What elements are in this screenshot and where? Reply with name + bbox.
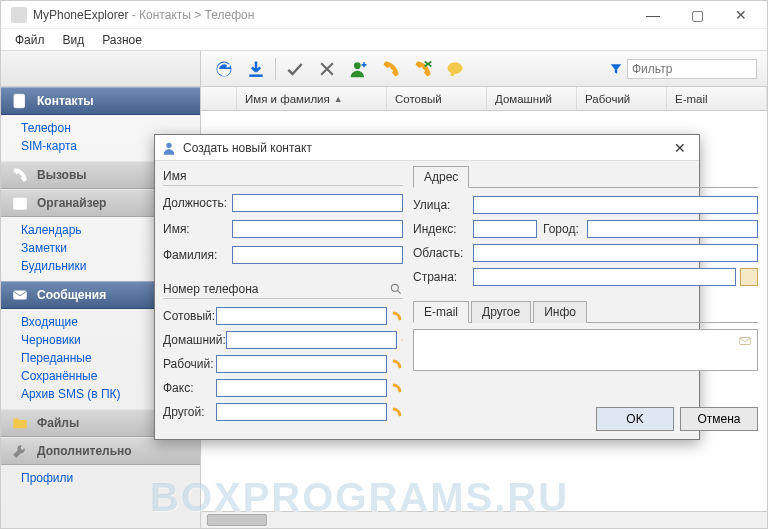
add-user-icon[interactable] (346, 56, 372, 82)
col-home[interactable]: Домашний (487, 87, 577, 110)
window-controls: — ▢ ✕ (631, 2, 763, 28)
breadcrumb: Контакты > Телефон (139, 8, 254, 22)
dialog-title: Создать новый контакт (183, 141, 312, 155)
messages-icon (11, 286, 29, 304)
close-button[interactable]: ✕ (719, 2, 763, 28)
dialog-close-button[interactable]: ✕ (667, 138, 693, 158)
input-fax[interactable] (216, 379, 387, 397)
input-position[interactable] (232, 194, 403, 212)
input-work[interactable] (216, 355, 387, 373)
col-blank[interactable] (201, 87, 237, 110)
label-mobile: Сотовый: (163, 309, 216, 323)
cut-icon[interactable] (314, 56, 340, 82)
tab-email[interactable]: E-mail (413, 301, 469, 323)
call-icon[interactable] (378, 56, 404, 82)
label-street: Улица: (413, 198, 473, 212)
filter-box (609, 59, 757, 79)
col-email[interactable]: E-mail (667, 87, 767, 110)
name-group-label: Имя (163, 165, 403, 186)
cancel-button[interactable]: Отмена (680, 407, 758, 431)
menu-view[interactable]: Вид (57, 31, 91, 49)
input-region[interactable] (473, 244, 758, 262)
svg-point-1 (354, 62, 361, 69)
tab-info[interactable]: Инфо (533, 301, 587, 323)
svg-rect-9 (740, 338, 751, 345)
section-contacts[interactable]: Контакты (1, 87, 200, 115)
row-work: Рабочий: (163, 353, 403, 375)
phone-icon[interactable] (391, 380, 403, 396)
address-tabs: Адрес (413, 165, 758, 188)
ok-button[interactable]: OK (596, 407, 674, 431)
filter-input[interactable] (627, 59, 757, 79)
mail-icon[interactable] (737, 334, 753, 348)
phone-icon[interactable] (391, 404, 403, 420)
horizontal-scrollbar[interactable] (201, 511, 767, 528)
col-mobile[interactable]: Сотовый (387, 87, 487, 110)
row-lastname: Фамилия: (163, 244, 403, 266)
check-icon[interactable] (282, 56, 308, 82)
phone-group-text: Номер телефона (163, 282, 258, 296)
input-firstname[interactable] (232, 220, 403, 238)
section-extra-label: Дополнительно (37, 444, 132, 458)
menu-file[interactable]: Файл (9, 31, 51, 49)
row-firstname: Имя: (163, 218, 403, 240)
input-home[interactable] (226, 331, 397, 349)
map-icon[interactable] (740, 268, 758, 286)
col-email-label: E-mail (675, 93, 708, 105)
label-lastname: Фамилия: (163, 248, 232, 262)
menu-misc[interactable]: Разное (96, 31, 148, 49)
window-title: MyPhoneExplorer - Контакты > Телефон (33, 8, 254, 22)
row-country: Страна: (413, 266, 758, 288)
scrollbar-thumb[interactable] (207, 514, 267, 526)
tab-address[interactable]: Адрес (413, 166, 469, 188)
info-tabs: E-mail Другое Инфо (413, 300, 758, 323)
sidebar-item-profiles[interactable]: Профили (21, 469, 200, 487)
download-icon[interactable] (243, 56, 269, 82)
contacts-icon (11, 92, 29, 110)
menubar: Файл Вид Разное (1, 29, 767, 51)
input-mobile[interactable] (216, 307, 387, 325)
call-transfer-icon[interactable] (410, 56, 436, 82)
titlebar: MyPhoneExplorer - Контакты > Телефон — ▢… (1, 1, 767, 29)
grid-header: Имя и фамилия▲ Сотовый Домашний Рабочий … (201, 87, 767, 111)
input-city[interactable] (587, 220, 758, 238)
section-files-label: Файлы (37, 416, 79, 430)
phone-icon[interactable] (391, 356, 403, 372)
new-contact-dialog: Создать новый контакт ✕ Имя Должность: И… (154, 134, 700, 440)
minimize-button[interactable]: — (631, 2, 675, 28)
sort-asc-icon: ▲ (334, 94, 343, 104)
section-organizer-label: Органайзер (37, 196, 106, 210)
input-street[interactable] (473, 196, 758, 214)
label-firstname: Имя: (163, 222, 232, 236)
row-index-city: Индекс: Город: (413, 218, 758, 240)
row-home: Домашний: (163, 329, 403, 351)
input-other[interactable] (216, 403, 387, 421)
toolbar-sep (275, 58, 276, 80)
col-name[interactable]: Имя и фамилия▲ (237, 87, 387, 110)
svg-rect-6 (13, 291, 27, 300)
input-country[interactable] (473, 268, 736, 286)
input-lastname[interactable] (232, 246, 403, 264)
svg-rect-5 (13, 198, 27, 210)
maximize-button[interactable]: ▢ (675, 2, 719, 28)
dialog-titlebar: Создать новый контакт ✕ (155, 135, 699, 161)
email-memo[interactable] (413, 329, 758, 371)
label-city: Город: (543, 222, 587, 236)
row-fax: Факс: (163, 377, 403, 399)
title-sep: - (128, 8, 139, 22)
row-other: Другой: (163, 401, 403, 423)
section-extra[interactable]: Дополнительно (1, 437, 200, 465)
dialog-body: Имя Должность: Имя: Фамилия: Номер телеф… (155, 161, 699, 439)
section-messages-label: Сообщения (37, 288, 106, 302)
col-mobile-label: Сотовый (395, 93, 442, 105)
name-group-text: Имя (163, 169, 186, 183)
extra-items: Профили (1, 465, 200, 493)
phone-icon[interactable] (401, 332, 403, 348)
tab-other[interactable]: Другое (471, 301, 531, 323)
search-icon[interactable] (389, 282, 403, 296)
refresh-icon[interactable] (211, 56, 237, 82)
col-work[interactable]: Рабочий (577, 87, 667, 110)
chat-icon[interactable] (442, 56, 468, 82)
input-index[interactable] (473, 220, 537, 238)
phone-icon[interactable] (391, 308, 403, 324)
